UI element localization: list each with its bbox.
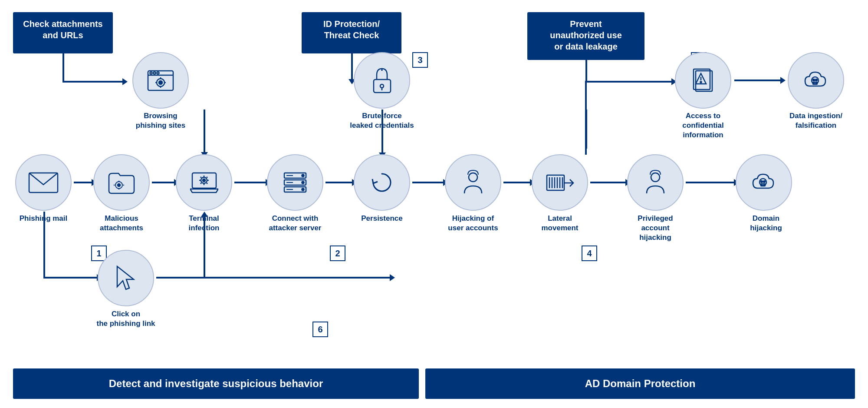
- arrow-4-5: [326, 182, 353, 183]
- label-brute-force: Brute-forceleaked credentials: [343, 111, 421, 130]
- svg-point-46: [154, 72, 156, 74]
- node-connect-attacker: [267, 154, 323, 211]
- header-check-attachments: Check attachmentsand URLs: [13, 12, 113, 53]
- svg-point-62: [700, 82, 701, 83]
- arrow-5-6: [412, 182, 444, 183]
- label-phishing-mail: Phishing mail: [4, 214, 82, 223]
- label-terminal-infection: Terminalinfection: [169, 214, 239, 233]
- arrow-3-4: [234, 182, 266, 183]
- svg-line-16: [201, 183, 201, 184]
- hline-prevent-access: [585, 81, 672, 83]
- svg-point-27: [469, 173, 477, 182]
- num-box-4: 4: [582, 245, 597, 261]
- node-access-confidential: [675, 52, 731, 109]
- label-domain-hijacking: Domainhijacking: [738, 214, 794, 233]
- vline-header-browsing: [62, 53, 64, 82]
- num-box-1: 1: [91, 245, 107, 261]
- svg-point-6: [118, 184, 120, 186]
- arrow-7-8: [590, 182, 626, 183]
- vline-lateral-up: [585, 81, 587, 155]
- node-terminal-infection: [176, 154, 232, 211]
- arrow-click-long: [156, 277, 391, 279]
- svg-rect-54: [374, 80, 391, 93]
- arrow-6-7: [503, 182, 531, 183]
- svg-point-47: [157, 72, 159, 74]
- arrow-8-9: [686, 182, 735, 183]
- num-box-6: 6: [312, 322, 328, 337]
- label-lateral: Lateralmovement: [532, 214, 588, 233]
- vline-id-brute: [351, 53, 353, 80]
- bottom-bar-detect: Detect and investigate suspicious behavi…: [13, 368, 419, 399]
- label-connect-attacker: Connect withattacker server: [256, 214, 334, 233]
- svg-line-15: [207, 183, 207, 184]
- arrow-2-3: [152, 182, 175, 183]
- node-domain-hijacking: [736, 154, 792, 211]
- num-box-2: 2: [330, 245, 345, 261]
- header-id-protection: ID Protection/Threat Check: [302, 12, 401, 53]
- label-hijacking: Hijacking ofuser accounts: [434, 214, 512, 233]
- label-privileged: Privilegedaccounthijacking: [618, 214, 692, 242]
- svg-line-14: [201, 177, 201, 178]
- node-phishing-mail: [15, 154, 72, 211]
- arrow-access-data: [734, 80, 781, 81]
- node-data-ingestion: [788, 52, 844, 109]
- svg-point-67: [813, 79, 815, 81]
- hline-phishing-click: [43, 277, 98, 279]
- node-persistence: [354, 154, 410, 211]
- header-prevent-unauthorized: Preventunauthorized useor data leakage: [527, 12, 644, 60]
- svg-line-17: [207, 177, 207, 178]
- label-browsing-phishing: Browsingphishing sites: [122, 111, 200, 130]
- node-brute-force: [354, 52, 410, 109]
- label-malicious-attachments: Maliciousattachments: [80, 214, 163, 233]
- svg-point-9: [203, 179, 205, 182]
- svg-point-42: [763, 181, 765, 182]
- node-privileged: [627, 154, 684, 211]
- svg-point-55: [380, 84, 384, 88]
- hline-header-browsing: [62, 81, 123, 83]
- vline-browsing-terminal: [204, 109, 205, 154]
- label-persistence: Persistence: [356, 214, 408, 223]
- svg-point-49: [159, 81, 162, 84]
- label-data-ingestion: Data ingestion/falsification: [777, 111, 855, 130]
- node-browsing-phishing: [132, 52, 189, 109]
- svg-point-21: [302, 174, 304, 176]
- svg-point-22: [302, 181, 304, 183]
- node-click-phishing: [98, 250, 154, 306]
- node-hijacking: [445, 154, 501, 211]
- arrow-1-2: [74, 182, 92, 183]
- svg-point-45: [150, 72, 152, 74]
- svg-point-41: [761, 181, 763, 182]
- vline-prevent-access: [585, 60, 587, 82]
- node-lateral: [532, 154, 588, 211]
- svg-point-68: [815, 79, 817, 81]
- num-box-3: 3: [412, 52, 428, 68]
- svg-point-36: [651, 173, 660, 182]
- svg-point-23: [302, 188, 304, 190]
- label-click-phishing: Click onthe phishing link: [89, 309, 163, 328]
- diagram-container: Check attachmentsand URLs ID Protection/…: [0, 0, 868, 408]
- svg-marker-69: [117, 266, 134, 289]
- bottom-bar-ad: AD Domain Protection: [425, 368, 855, 399]
- label-access-confidential: Access toconfidentialinformation: [662, 111, 744, 140]
- node-malicious-attachments: [93, 154, 150, 211]
